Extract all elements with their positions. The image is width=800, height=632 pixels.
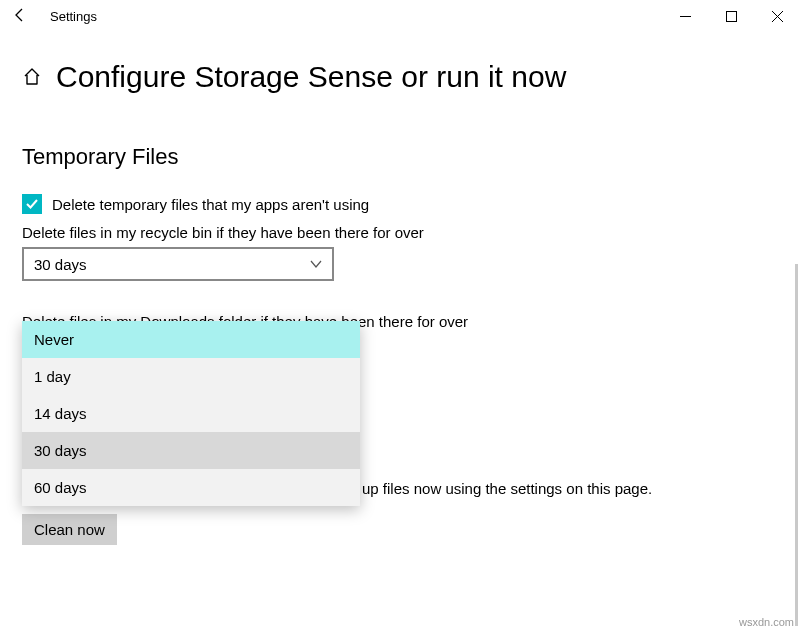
dropdown-option-30days[interactable]: 30 days <box>22 432 360 469</box>
delete-temp-checkbox-row: Delete temporary files that my apps aren… <box>22 194 778 214</box>
minimize-button[interactable] <box>662 0 708 32</box>
free-up-text-partial: up files now using the settings on this … <box>362 480 652 497</box>
clean-now-button[interactable]: Clean now <box>22 514 117 545</box>
delete-temp-checkbox[interactable] <box>22 194 42 214</box>
close-button[interactable] <box>754 0 800 32</box>
recycle-bin-value: 30 days <box>34 256 87 273</box>
downloads-select-dropdown: Never 1 day 14 days 30 days 60 days <box>22 321 360 506</box>
window-controls <box>662 0 800 32</box>
dropdown-option-60days[interactable]: 60 days <box>22 469 360 506</box>
recycle-bin-label: Delete files in my recycle bin if they h… <box>22 224 778 241</box>
app-title: Settings <box>50 9 97 24</box>
svg-rect-1 <box>726 11 736 21</box>
page-title: Configure Storage Sense or run it now <box>56 60 566 94</box>
dropdown-option-14days[interactable]: 14 days <box>22 395 360 432</box>
delete-temp-label: Delete temporary files that my apps aren… <box>52 196 369 213</box>
recycle-bin-select[interactable]: 30 days <box>22 247 334 281</box>
page-header: Configure Storage Sense or run it now <box>0 32 800 104</box>
watermark: wsxdn.com <box>739 616 794 628</box>
chevron-down-icon <box>310 256 322 273</box>
titlebar: Settings <box>0 0 800 32</box>
dropdown-option-1day[interactable]: 1 day <box>22 358 360 395</box>
section-heading: Temporary Files <box>22 144 778 170</box>
scrollbar[interactable] <box>795 264 798 626</box>
home-icon[interactable] <box>22 67 42 87</box>
maximize-button[interactable] <box>708 0 754 32</box>
dropdown-option-never[interactable]: Never <box>22 321 360 358</box>
back-button[interactable] <box>12 7 28 26</box>
content-area: Temporary Files Delete temporary files t… <box>0 104 800 330</box>
